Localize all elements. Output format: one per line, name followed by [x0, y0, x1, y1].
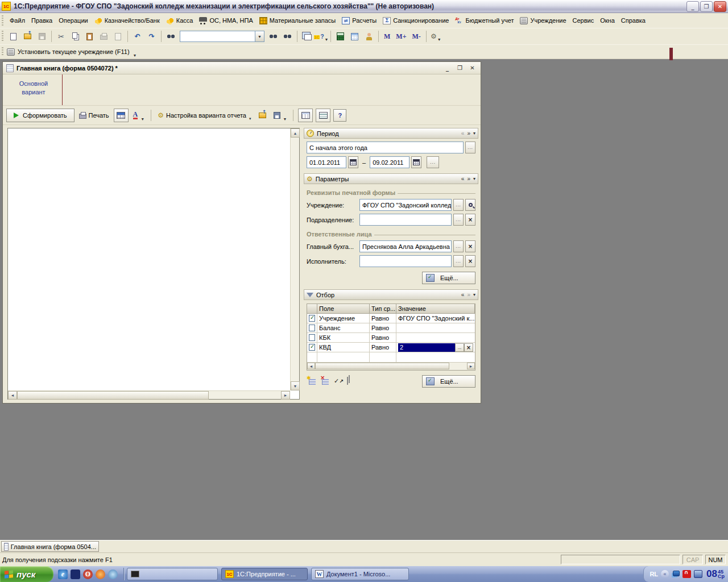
tab-main-variant[interactable]: Основной вариант — [7, 80, 60, 97]
calendar-button[interactable] — [348, 30, 361, 43]
browser-globe-icon[interactable] — [108, 569, 118, 579]
kvd-clear-button[interactable]: × — [464, 343, 473, 352]
scrollbar-thumb[interactable] — [17, 391, 209, 400]
minimize-button[interactable]: _ — [686, 1, 699, 12]
collapse-right-icon[interactable]: » — [467, 130, 470, 136]
period-section-header[interactable]: Период « » ▾ — [304, 128, 478, 139]
filter-row-kbk[interactable]: КБК Равно — [307, 333, 475, 343]
print-preview-button[interactable] — [111, 30, 125, 43]
row-checkbox[interactable] — [309, 334, 315, 341]
memory-plus-button[interactable]: M+ — [394, 32, 408, 41]
collapse-right-icon[interactable]: » — [467, 292, 470, 298]
memory-minus-button[interactable]: M- — [410, 32, 423, 41]
add-filter-row-button[interactable]: ✱ — [308, 377, 317, 385]
date-from-field[interactable]: 01.01.2011 — [307, 156, 346, 168]
menu-operations[interactable]: Операции — [56, 15, 90, 26]
scroll-left-button[interactable]: ◄ — [307, 363, 315, 369]
delete-filter-row-button[interactable]: × — [321, 377, 330, 385]
toolbar-grip[interactable] — [2, 15, 3, 26]
internet-explorer-icon[interactable]: e — [58, 569, 68, 579]
firefox-icon[interactable] — [96, 569, 105, 579]
filter-row-kvd[interactable]: КВД Равно 2 ... × — [307, 343, 475, 352]
period-preset-field[interactable]: С начала этого года — [307, 142, 464, 153]
menu-materials[interactable]: Материальные запасы — [257, 15, 339, 26]
row-checkbox[interactable] — [309, 315, 315, 322]
collapse-right-icon[interactable]: » — [467, 176, 470, 182]
scroll-down-button[interactable]: ▼ — [291, 381, 300, 390]
set-institution-button[interactable]: Установить текущее учреждение (F11) — [18, 48, 130, 55]
task-1c-window[interactable]: 1С 1С:Предприятие - ... — [221, 568, 308, 580]
period-preset-ellipsis-button[interactable]: ... — [465, 142, 475, 153]
accountant-clear-button[interactable]: × — [465, 240, 475, 252]
executor-clear-button[interactable]: × — [465, 255, 475, 267]
filter-row-balance[interactable]: Баланс Равно — [307, 323, 475, 333]
network-tray-icon[interactable] — [673, 571, 680, 576]
app-tray-icon[interactable] — [694, 570, 702, 578]
restore-button[interactable]: ❐ — [700, 1, 713, 12]
mdi-window-button[interactable]: Главная книга (форма 0504... — [1, 541, 99, 552]
menu-treasury[interactable]: Казначейство/Банк — [92, 15, 163, 26]
help-1c-button[interactable]: 1С?▼ — [315, 30, 328, 43]
properties-button[interactable] — [316, 109, 330, 122]
paste-button[interactable] — [83, 30, 96, 43]
collapse-left-icon[interactable]: « — [461, 292, 465, 298]
accountant-ellipsis-button[interactable]: ... — [453, 240, 464, 252]
task-word-document[interactable]: W Документ1 - Microso... — [311, 568, 409, 580]
save-variant-button[interactable]: ▼ — [272, 109, 289, 122]
user-button[interactable] — [362, 30, 375, 43]
export-button[interactable] — [256, 109, 269, 122]
horizontal-scrollbar[interactable]: ◄ ► — [8, 390, 290, 399]
chevron-down-icon[interactable]: ▾ — [473, 176, 475, 181]
chief-accountant-field[interactable]: Преснякова Алла Аркадьевна — [359, 240, 452, 252]
filter-more-button[interactable]: Ещё... — [422, 375, 475, 388]
vertical-scrollbar[interactable]: ▲ ▼ — [290, 128, 299, 390]
task-console-window[interactable] — [127, 568, 218, 580]
kvd-value-editor[interactable]: 2 ... × — [398, 343, 473, 352]
department-ellipsis-button[interactable]: ... — [453, 214, 464, 226]
open-button[interactable] — [21, 30, 34, 43]
toggle-filter-row-button[interactable]: ✓ — [334, 377, 343, 385]
start-button[interactable]: пуск — [0, 566, 53, 582]
institution-search-button[interactable] — [465, 199, 475, 211]
scrollbar-track[interactable] — [209, 391, 281, 399]
redo-button[interactable]: ↷ — [145, 30, 158, 43]
scrollbar-thumb[interactable] — [315, 363, 449, 369]
kvd-value[interactable]: 2 — [398, 343, 455, 352]
date-to-field[interactable]: 09.02.2011 — [370, 156, 410, 168]
menu-assets[interactable]: ОС, НМА, НПА — [196, 15, 255, 26]
date-from-calendar-button[interactable] — [348, 156, 358, 168]
help-button[interactable]: ? — [333, 109, 346, 122]
department-clear-button[interactable]: × — [465, 214, 475, 226]
collapse-left-icon[interactable]: « — [461, 176, 465, 182]
show-table-button[interactable] — [114, 109, 129, 122]
calculator-button[interactable] — [334, 30, 347, 43]
search-input[interactable] — [180, 31, 255, 42]
menu-file[interactable]: Файл — [7, 15, 28, 26]
chevron-down-icon[interactable]: ▾ — [473, 292, 475, 297]
app-shortcut-icon[interactable] — [71, 569, 80, 579]
collapse-left-icon[interactable]: « — [461, 130, 465, 136]
search-dropdown-button[interactable]: ▼ — [255, 31, 264, 42]
generate-button[interactable]: Сформировать — [6, 109, 75, 122]
antivirus-tray-icon[interactable] — [682, 570, 691, 578]
menu-edit[interactable]: Правка — [28, 15, 55, 26]
close-button[interactable]: ✕ — [714, 1, 726, 12]
date-to-calendar-button[interactable] — [411, 156, 421, 168]
opera-icon[interactable]: O — [83, 569, 93, 579]
menu-cash[interactable]: Касса — [163, 15, 196, 26]
font-button[interactable]: A▼ — [131, 109, 147, 122]
window-list-button[interactable] — [300, 30, 313, 43]
find-next-button[interactable] — [267, 30, 280, 43]
tray-clock[interactable]: 08 45 Ср — [706, 568, 725, 580]
undo-button[interactable]: ↶ — [131, 30, 144, 43]
kvd-ellipsis-button[interactable]: ... — [455, 343, 464, 352]
save-button[interactable] — [35, 30, 48, 43]
print-button[interactable] — [97, 30, 110, 43]
report-close-button[interactable]: ✕ — [468, 64, 477, 72]
menu-service[interactable]: Сервис — [570, 15, 597, 26]
scroll-right-button[interactable]: ► — [467, 363, 475, 369]
filter-row-institution[interactable]: Учреждение Равно ФГОУ СПО "Задонский к..… — [307, 314, 475, 323]
toolbar-grip[interactable] — [2, 47, 3, 56]
tools-button[interactable]: ⚙▼ — [429, 30, 442, 43]
chevron-down-icon[interactable]: ▾ — [473, 131, 475, 136]
